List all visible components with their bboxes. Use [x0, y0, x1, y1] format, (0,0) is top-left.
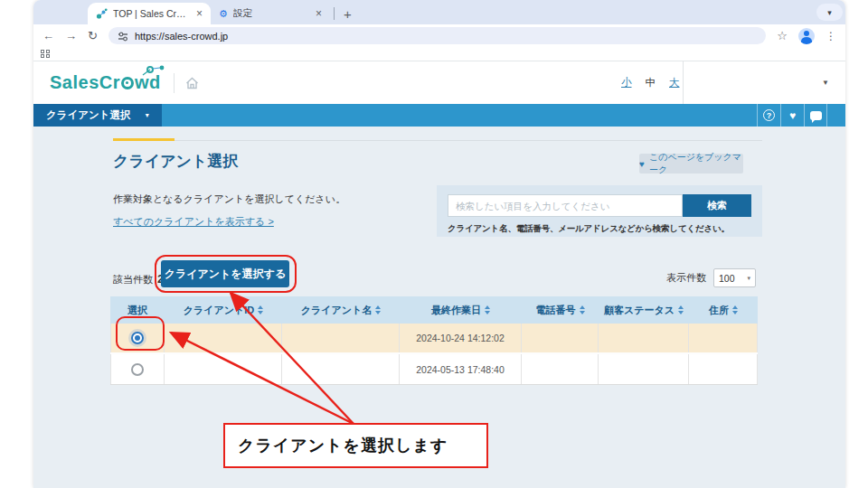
url-text[interactable]: https://sales-crowd.jp: [135, 31, 228, 42]
cell-address: [689, 354, 758, 384]
site-header: SalesCrwd 小 中 大 ▼: [33, 61, 845, 104]
select-client-button[interactable]: クライアントを選択する: [161, 260, 289, 287]
table-header-row: 選択 クライアントID クライアント名 最終作業日 電話番号 顧客ステータス 住…: [110, 296, 758, 324]
show-all-clients-link[interactable]: すべてのクライアントを表示する >: [113, 215, 274, 229]
chevron-down-icon: ▾: [747, 275, 750, 282]
site-settings-icon[interactable]: [118, 31, 128, 42]
per-page-select[interactable]: 100 ▾: [713, 268, 756, 287]
main-navbar: クライアント選択 ▾ ? ♥: [33, 104, 845, 127]
search-input[interactable]: [448, 194, 683, 217]
search-button[interactable]: 検索: [683, 194, 751, 217]
font-size-medium[interactable]: 中: [646, 76, 656, 89]
tab-divider: [334, 7, 335, 20]
tab-title: TOP | Sales Crowd: [113, 8, 191, 19]
bookmarks-bar: [33, 47, 845, 61]
heart-icon: ♥: [789, 109, 796, 122]
sort-icon[interactable]: [732, 305, 738, 314]
url-bar[interactable]: https://sales-crowd.jp: [108, 27, 766, 44]
browser-toolbar: ← → ↻ https://sales-crowd.jp ☆ ⋮: [33, 24, 845, 47]
tab-title: 設定: [233, 7, 310, 20]
tutorial-callout: クライアントを選択します: [223, 423, 488, 468]
cell-client-name: [282, 354, 400, 384]
browser-window: TOP | Sales Crowd × ⚙ 設定 × + ▾ ← → ↻: [33, 0, 845, 488]
account-dropdown-caret-icon[interactable]: ▼: [822, 79, 829, 87]
tab-close-icon[interactable]: ×: [316, 7, 322, 20]
clients-table: 選択 クライアントID クライアント名 最終作業日 電話番号 顧客ステータス 住…: [110, 296, 758, 385]
salescrowd-logo[interactable]: SalesCrwd: [50, 72, 161, 93]
font-size-switcher: 小 中 大: [621, 61, 680, 104]
sort-icon[interactable]: [678, 305, 684, 314]
per-page-value: 100: [719, 273, 735, 284]
col-header-status: 顧客ステータス: [599, 296, 689, 324]
cell-phone: [522, 324, 599, 352]
table-row[interactable]: 2024-05-13 17:48:40: [110, 354, 758, 385]
col-header-client-id: クライアントID: [165, 296, 282, 324]
bookmark-page-label: このページをブックマーク: [649, 151, 743, 176]
reload-icon[interactable]: ↻: [88, 29, 98, 42]
col-header-select: 選択: [110, 296, 165, 324]
font-size-small[interactable]: 小: [621, 76, 632, 89]
favorites-button[interactable]: ♥: [780, 104, 804, 127]
sort-icon[interactable]: [485, 305, 490, 314]
sort-icon[interactable]: [580, 305, 585, 314]
cell-phone: [522, 354, 599, 384]
navbar-icons: ? ♥: [757, 104, 827, 127]
cell-status: [599, 324, 689, 352]
cell-last-work-date: 2024-10-24 14:12:02: [400, 324, 522, 352]
new-tab-button[interactable]: +: [340, 6, 355, 22]
heart-icon: ♥: [639, 159, 645, 169]
table-row[interactable]: 2024-10-24 14:12:02: [110, 324, 758, 354]
chat-bubble-icon: [810, 111, 822, 120]
logo-text: SalesCr: [50, 72, 120, 93]
search-helper-text: クライアント名、電話番号、メールアドレスなどから検索してください。: [448, 223, 751, 235]
per-page-control: 表示件数 100 ▾: [666, 268, 756, 287]
col-header-last-work-date: 最終作業日: [400, 296, 522, 324]
help-button[interactable]: ?: [757, 104, 780, 127]
bookmark-star-icon[interactable]: ☆: [777, 29, 788, 42]
sort-icon[interactable]: [375, 305, 381, 314]
gear-icon: ⚙: [219, 8, 228, 20]
logo-molecule-icon: [139, 65, 166, 78]
chat-button[interactable]: [804, 104, 827, 127]
cell-client-id: [165, 354, 282, 384]
header-divider: [174, 73, 175, 93]
apps-grid-icon[interactable]: [41, 50, 50, 59]
forward-icon[interactable]: →: [65, 29, 77, 42]
tab-close-icon[interactable]: ×: [196, 7, 203, 20]
page-title: クライアント選択: [113, 151, 238, 172]
browser-menu-icon[interactable]: ⋮: [826, 30, 836, 42]
cell-last-work-date: 2024-05-13 17:48:40: [400, 354, 522, 384]
logo-o-mark: [121, 77, 134, 89]
profile-avatar[interactable]: [798, 28, 815, 44]
bookmark-page-button[interactable]: ♥ このページをブックマーク: [639, 154, 743, 174]
search-panel: 検索 クライアント名、電話番号、メールアドレスなどから検索してください。: [437, 185, 762, 237]
row-radio-unselected[interactable]: [131, 363, 144, 376]
tab-strip: TOP | Sales Crowd × ⚙ 設定 × + ▾: [33, 0, 845, 24]
col-header-phone: 電話番号: [522, 296, 599, 324]
col-header-address: 住所: [689, 296, 758, 324]
question-icon: ?: [763, 109, 775, 121]
cell-address: [689, 324, 758, 352]
tab-top-salescrowd[interactable]: TOP | Sales Crowd ×: [88, 3, 211, 24]
home-icon[interactable]: [185, 77, 199, 89]
back-icon[interactable]: ←: [42, 29, 54, 42]
header-divider: [683, 61, 684, 104]
tab-settings[interactable]: ⚙ 設定 ×: [211, 3, 330, 24]
section-divider: [113, 140, 762, 141]
screenshot-canvas: TOP | Sales Crowd × ⚙ 設定 × + ▾ ← → ↻: [0, 0, 868, 488]
nav-item-label: クライアント選択: [46, 108, 131, 122]
cell-client-id: [165, 324, 282, 352]
result-count-label: 該当件数: [113, 273, 153, 286]
chevron-down-icon: ▾: [146, 111, 149, 119]
cell-status: [599, 354, 689, 384]
sort-icon[interactable]: [258, 305, 263, 314]
row-radio-selected[interactable]: [131, 332, 144, 344]
salescrowd-favicon: [96, 8, 108, 20]
nav-item-client-select[interactable]: クライアント選択 ▾: [33, 104, 162, 127]
per-page-label: 表示件数: [666, 271, 706, 285]
col-header-client-name: クライアント名: [282, 296, 400, 324]
tab-search-button[interactable]: ▾: [816, 4, 843, 21]
active-tab-indicator: [113, 138, 175, 141]
font-size-large[interactable]: 大: [669, 76, 680, 89]
cell-client-name: [282, 324, 400, 352]
